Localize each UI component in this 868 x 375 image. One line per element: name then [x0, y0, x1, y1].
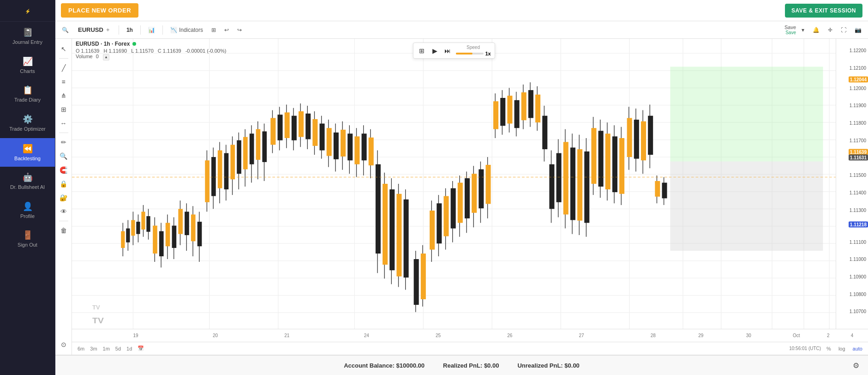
pencil-tool[interactable]: ✏ [57, 136, 70, 149]
time-axis: 19 20 21 24 25 26 27 28 29 30 Oct 2 4 [72, 329, 868, 342]
indicators-button[interactable]: 📉 Indicators [168, 26, 206, 34]
account-balance: Account Balance: $10000.00 [344, 362, 425, 369]
magnet-tool[interactable]: 🧲 [57, 163, 70, 176]
bottom-tool[interactable]: ⊙ [57, 338, 70, 351]
svg-rect-86 [285, 112, 290, 138]
skip-forward-button[interactable]: ⏭ [443, 46, 453, 56]
chart-bottom-bar: 6m 3m 1m 5d 1d 📅 10:56:01 (UTC) % log au… [72, 342, 868, 355]
tab-6m[interactable]: 6m [76, 345, 86, 352]
templates-button[interactable]: ⊞ [209, 26, 219, 34]
svg-rect-164 [563, 142, 569, 214]
sidebar-item-trade-optimizer[interactable]: ⚙️ Trade Optimizer [0, 109, 55, 138]
price-highlight-11631: 1.11631 [849, 155, 868, 161]
auto-button[interactable]: auto [851, 345, 864, 352]
lock-tool[interactable]: 🔒 [57, 177, 70, 190]
chart-wrapper: ↖ ╱ ≡ ⋔ ⊞ ↔ ✏ 🔍 🧲 🔒 🔐 👁 🗑 ⊙ [55, 39, 868, 375]
svg-rect-120 [404, 200, 409, 278]
collapse-arrow-btn[interactable]: ▲ [103, 54, 109, 60]
sidebar-item-backtesting[interactable]: ⏪ Backtesting [0, 138, 55, 167]
alert-button[interactable]: 🔔 [810, 26, 822, 34]
svg-text:TV: TV [92, 304, 100, 311]
svg-rect-188 [648, 116, 653, 155]
playback-controls: ⊞ ▶ ⏭ Speed 1x [413, 42, 495, 59]
timeframe-button[interactable]: 1h [124, 26, 136, 34]
svg-rect-178 [612, 136, 617, 192]
chart-canvas[interactable]: EURUSD · 1h · Forex O 1.11639 H 1.11690 … [72, 39, 836, 329]
grid-view-button[interactable]: ⊞ [417, 46, 427, 56]
sidebar-item-sign-out[interactable]: 🚪 Sign Out [0, 224, 55, 253]
svg-rect-36 [126, 229, 130, 242]
svg-rect-30 [670, 67, 823, 161]
symbol-selector[interactable]: EURUSD ＋ [74, 25, 114, 34]
svg-rect-102 [341, 130, 346, 157]
multi-line-tool[interactable]: ≡ [57, 75, 70, 88]
symbol-search-button[interactable]: 🔍 [59, 26, 72, 34]
price-scale-label-14: 1.11000 [850, 257, 866, 262]
status-bar-settings-button[interactable]: ⚙ [850, 359, 862, 372]
svg-rect-90 [299, 111, 304, 137]
pattern-tool[interactable]: ⋔ [57, 89, 70, 102]
sidebar-item-dr-bullsheet[interactable]: 🤖 Dr. Bullsheet AI [0, 167, 55, 196]
svg-rect-84 [277, 115, 282, 140]
redo-button[interactable]: ↪ [234, 26, 245, 34]
speed-control: Speed 1x [455, 45, 491, 56]
fullscreen-button[interactable]: ⛶ [838, 26, 849, 34]
save-exit-session-button[interactable]: SAVE & EXIT SESSION [785, 4, 862, 18]
time-label-29: 29 [698, 333, 703, 338]
undo-button[interactable]: ↩ [221, 26, 232, 34]
delete-tool[interactable]: 🗑 [57, 224, 70, 237]
redo-icon: ↪ [237, 27, 242, 33]
profile-icon: 👤 [23, 201, 33, 212]
calendar-button[interactable]: 📅 [136, 345, 146, 352]
crosshair-button[interactable]: ✛ [825, 26, 835, 34]
svg-rect-96 [319, 124, 324, 151]
measure-tool[interactable]: ↔ [57, 117, 70, 130]
cursor-tool[interactable]: ↖ [57, 42, 70, 55]
tab-1m[interactable]: 1m [101, 345, 112, 352]
zoom-tool[interactable]: 🔍 [57, 150, 70, 163]
svg-rect-98 [327, 128, 332, 156]
play-button[interactable]: ▶ [430, 46, 440, 56]
price-scale-label-9: 1.11500 [850, 173, 866, 178]
speed-slider[interactable] [455, 53, 483, 54]
line-tool[interactable]: ╱ [57, 61, 70, 74]
svg-rect-180 [619, 138, 624, 194]
dr-bullsheet-icon: 🤖 [23, 172, 33, 182]
price-scale-label-0: 1.12200 [850, 48, 866, 53]
sidebar-item-trade-diary[interactable]: 📋 Trade Diary [0, 79, 55, 109]
svg-rect-192 [662, 183, 667, 199]
fib-tool[interactable]: ⊞ [57, 103, 70, 116]
sidebar-item-charts[interactable]: 📈 Charts [0, 51, 55, 79]
log-button[interactable]: log [837, 345, 847, 352]
tab-3m[interactable]: 3m [88, 345, 99, 352]
realized-value: $0.00 [484, 362, 499, 369]
fullscreen-icon: ⛶ [841, 27, 846, 33]
svg-rect-50 [166, 223, 170, 247]
chevron-down-icon: ▾ [802, 27, 804, 33]
camera-button[interactable]: 📷 [852, 26, 864, 34]
price-highlight-12044: 1.12044 [849, 76, 868, 82]
sidebar-item-journal-entry[interactable]: 📓 Journal Entry [0, 22, 55, 51]
trade-optimizer-icon: ⚙️ [23, 114, 33, 124]
bar-type-button[interactable]: 📊 [145, 26, 158, 34]
price-scale-label-11: 1.11300 [850, 207, 866, 212]
tab-5d[interactable]: 5d [114, 345, 123, 352]
svg-rect-116 [389, 189, 395, 270]
save-dropdown-button[interactable]: ▾ [799, 26, 807, 34]
price-scale-label-15: 1.10900 [850, 274, 866, 279]
tab-1d[interactable]: 1d [125, 345, 134, 352]
time-label-26: 26 [507, 333, 512, 338]
speed-label: Speed [467, 45, 480, 50]
place-new-order-button[interactable]: PLACE NEW ORDER [61, 3, 138, 18]
svg-rect-68 [224, 153, 229, 190]
eye-tool[interactable]: 👁 [57, 205, 70, 218]
percent-button[interactable]: % [825, 345, 833, 352]
svg-rect-74 [243, 137, 248, 169]
svg-rect-38 [131, 220, 135, 236]
speed-slider-row: 1x [455, 51, 491, 56]
high-label: H 1.11690 [103, 48, 127, 54]
chart-toolbar: 🔍 EURUSD ＋ 1h 📊 📉 Indicators ⊞ ↩ ↪ Save [55, 21, 868, 39]
lock2-tool[interactable]: 🔐 [57, 191, 70, 204]
sidebar-item-profile[interactable]: 👤 Profile [0, 196, 55, 224]
speed-value: 1x [485, 51, 491, 56]
